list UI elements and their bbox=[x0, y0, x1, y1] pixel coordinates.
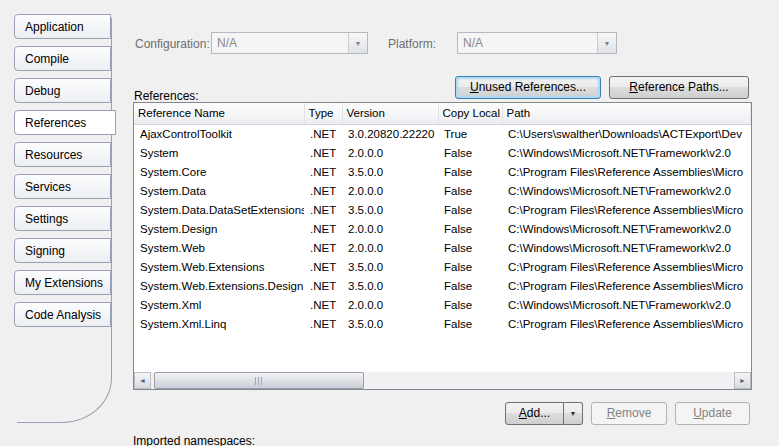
table-cell: .NET bbox=[304, 124, 342, 143]
sidebar-tab-resources[interactable]: Resources bbox=[14, 142, 111, 167]
scrollbar-thumb[interactable] bbox=[154, 372, 364, 389]
unused-references-button[interactable]: Unused References... bbox=[455, 76, 601, 99]
column-header-path[interactable]: Path bbox=[502, 103, 751, 124]
table-cell: System.Data.DataSetExtensions bbox=[134, 200, 304, 219]
sidebar-tab-my-extensions[interactable]: My Extensions bbox=[14, 270, 111, 295]
table-cell: 3.5.0.0 bbox=[342, 314, 438, 333]
scroll-left-button[interactable]: ◄ bbox=[134, 372, 151, 389]
table-cell: System bbox=[134, 143, 304, 162]
table-cell: False bbox=[438, 257, 502, 276]
sidebar-tab-compile[interactable]: Compile bbox=[14, 46, 111, 71]
table-cell: C:\Program Files\Reference Assemblies\Mi… bbox=[502, 276, 751, 295]
table-cell: 3.5.0.0 bbox=[342, 276, 438, 295]
table-cell: .NET bbox=[304, 276, 342, 295]
configuration-value: N/A bbox=[212, 36, 348, 50]
sidebar-tab-code-analysis[interactable]: Code Analysis bbox=[14, 302, 111, 327]
scrollbar-track[interactable] bbox=[151, 372, 734, 389]
update-button-label: Update bbox=[680, 403, 745, 424]
platform-value: N/A bbox=[458, 36, 597, 50]
table-cell: System.Web bbox=[134, 238, 304, 257]
chevron-down-icon: ▼ bbox=[564, 403, 582, 424]
table-cell: .NET bbox=[304, 143, 342, 162]
table-cell: .NET bbox=[304, 162, 342, 181]
table-row[interactable]: System.Xml.Linq.NET3.5.0.0FalseC:\Progra… bbox=[134, 314, 751, 333]
table-header-row: Reference Name Type Version Copy Local P… bbox=[134, 103, 751, 124]
table-row[interactable]: System.Data.NET2.0.0.0FalseC:\Windows\Mi… bbox=[134, 181, 751, 200]
sidebar-tab-services[interactable]: Services bbox=[14, 174, 111, 199]
configuration-dropdown[interactable]: N/A ▼ bbox=[211, 32, 368, 54]
column-header-copy-local[interactable]: Copy Local bbox=[438, 103, 502, 124]
table-cell: .NET bbox=[304, 200, 342, 219]
column-header-reference-name[interactable]: Reference Name bbox=[134, 103, 304, 124]
table-cell: .NET bbox=[304, 219, 342, 238]
remove-button[interactable]: Remove bbox=[591, 402, 667, 425]
platform-dropdown[interactable]: N/A ▼ bbox=[457, 32, 617, 54]
table-row[interactable]: System.Design.NET2.0.0.0FalseC:\Windows\… bbox=[134, 219, 751, 238]
sidebar-tab-signing[interactable]: Signing bbox=[14, 238, 111, 263]
table-cell: 2.0.0.0 bbox=[342, 181, 438, 200]
table-cell: .NET bbox=[304, 314, 342, 333]
table-cell: 3.5.0.0 bbox=[342, 162, 438, 181]
table-cell: C:\Program Files\Reference Assemblies\Mi… bbox=[502, 314, 751, 333]
references-label: References: bbox=[134, 89, 199, 103]
table-cell: 3.5.0.0 bbox=[342, 200, 438, 219]
table-cell: False bbox=[438, 314, 502, 333]
table-cell: 2.0.0.0 bbox=[342, 295, 438, 314]
table-row[interactable]: System.Core.NET3.5.0.0FalseC:\Program Fi… bbox=[134, 162, 751, 181]
table-cell: System.Xml bbox=[134, 295, 304, 314]
chevron-down-icon: ▼ bbox=[597, 33, 616, 53]
references-table-body: AjaxControlToolkit.NET3.0.20820.22220Tru… bbox=[134, 124, 751, 333]
sidebar-tab-debug[interactable]: Debug bbox=[14, 78, 111, 103]
add-dropdown-button[interactable]: ▼ bbox=[564, 402, 583, 425]
table-cell: 3.0.20820.22220 bbox=[342, 124, 438, 143]
table-cell: .NET bbox=[304, 295, 342, 314]
table-cell: False bbox=[438, 295, 502, 314]
table-cell: .NET bbox=[304, 257, 342, 276]
table-cell: 2.0.0.0 bbox=[342, 143, 438, 162]
table-cell: False bbox=[438, 200, 502, 219]
table-row[interactable]: System.Web.Extensions.NET3.5.0.0FalseC:\… bbox=[134, 257, 751, 276]
scroll-right-button[interactable]: ► bbox=[734, 372, 751, 389]
sidebar-tab-references[interactable]: References bbox=[14, 110, 116, 135]
table-cell: False bbox=[438, 238, 502, 257]
table-cell: C:\Program Files\Reference Assemblies\Mi… bbox=[502, 257, 751, 276]
table-row[interactable]: AjaxControlToolkit.NET3.0.20820.22220Tru… bbox=[134, 124, 751, 143]
table-cell: System.Core bbox=[134, 162, 304, 181]
add-button-label: Add... bbox=[510, 403, 559, 424]
table-cell: C:\Program Files\Reference Assemblies\Mi… bbox=[502, 162, 751, 181]
table-cell: False bbox=[438, 162, 502, 181]
add-button[interactable]: Add... bbox=[505, 402, 564, 425]
configuration-label: Configuration: bbox=[135, 37, 210, 51]
table-cell: 2.0.0.0 bbox=[342, 219, 438, 238]
table-cell: System.Web.Extensions bbox=[134, 257, 304, 276]
add-button-group: Add... ▼ bbox=[505, 402, 583, 425]
table-cell: C:\Windows\Microsoft.NET\Framework\v2.0 bbox=[502, 219, 751, 238]
horizontal-scrollbar[interactable]: ◄ ► bbox=[134, 372, 751, 389]
table-cell: .NET bbox=[304, 238, 342, 257]
table-cell: C:\Windows\Microsoft.NET\Framework\v2.0 bbox=[502, 238, 751, 257]
reference-paths-button[interactable]: Reference Paths... bbox=[609, 76, 749, 99]
sidebar-tab-settings[interactable]: Settings bbox=[14, 206, 111, 231]
column-header-version[interactable]: Version bbox=[342, 103, 438, 124]
table-cell: C:\Windows\Microsoft.NET\Framework\v2.0 bbox=[502, 295, 751, 314]
table-cell: C:\Windows\Microsoft.NET\Framework\v2.0 bbox=[502, 181, 751, 200]
sidebar-tab-application[interactable]: Application bbox=[14, 14, 111, 39]
table-cell: False bbox=[438, 276, 502, 295]
table-cell: 2.0.0.0 bbox=[342, 238, 438, 257]
table-cell: False bbox=[438, 181, 502, 200]
table-cell: .NET bbox=[304, 181, 342, 200]
reference-paths-label: Reference Paths... bbox=[614, 77, 744, 98]
table-cell: False bbox=[438, 143, 502, 162]
project-properties-window: ApplicationCompileDebugReferencesResourc… bbox=[0, 0, 779, 446]
table-row[interactable]: System.NET2.0.0.0FalseC:\Windows\Microso… bbox=[134, 143, 751, 162]
update-button[interactable]: Update bbox=[675, 402, 750, 425]
column-header-type[interactable]: Type bbox=[304, 103, 342, 124]
table-row[interactable]: System.Web.NET2.0.0.0FalseC:\Windows\Mic… bbox=[134, 238, 751, 257]
table-cell: False bbox=[438, 219, 502, 238]
unused-references-label: Unused References... bbox=[460, 77, 596, 98]
table-row[interactable]: System.Xml.NET2.0.0.0FalseC:\Windows\Mic… bbox=[134, 295, 751, 314]
table-cell: True bbox=[438, 124, 502, 143]
table-row[interactable]: System.Data.DataSetExtensions.NET3.5.0.0… bbox=[134, 200, 751, 219]
table-row[interactable]: System.Web.Extensions.Design.NET3.5.0.0F… bbox=[134, 276, 751, 295]
remove-button-label: Remove bbox=[596, 403, 662, 424]
